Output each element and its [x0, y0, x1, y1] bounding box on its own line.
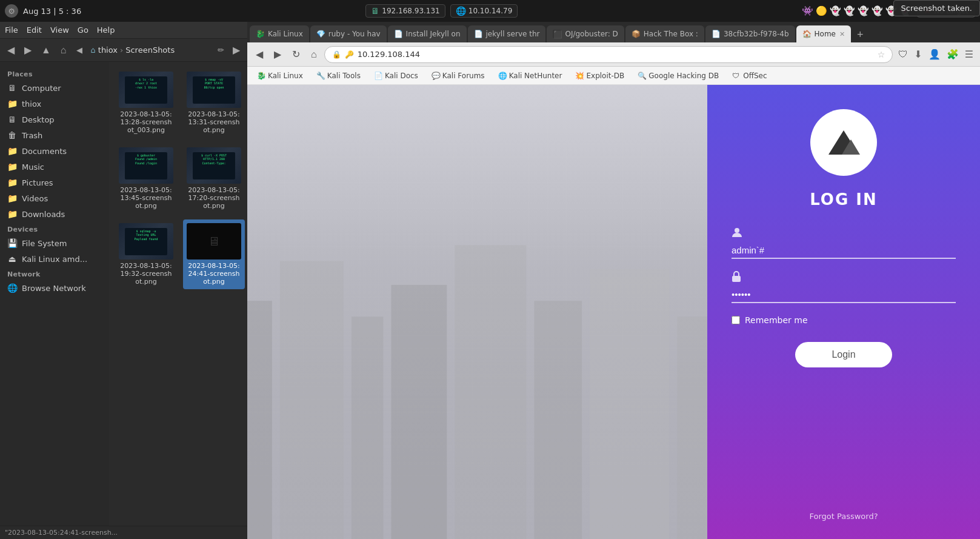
- network-indicator-2[interactable]: 🌐 10.10.14.79: [450, 4, 518, 18]
- tab-home[interactable]: 🏠 Home ✕: [796, 25, 852, 42]
- ssl-icon: 🔒: [332, 50, 341, 59]
- system-icon[interactable]: ⚙: [5, 4, 18, 18]
- filesystem-icon: 💾: [7, 238, 17, 248]
- fm-rename-icon[interactable]: ✏: [218, 45, 224, 55]
- shield-icon[interactable]: 🛡: [896, 47, 910, 62]
- file-item-1[interactable]: $ nmap -sVPORT STATE80/tcp open 2023-08-…: [183, 68, 245, 138]
- menu-icon[interactable]: ☰: [963, 47, 975, 62]
- bookmark-kali-nethunter[interactable]: 🌐 Kali NetHunter: [493, 70, 567, 81]
- nav-back-button[interactable]: ◀: [252, 46, 267, 62]
- download-icon[interactable]: ⬇: [912, 47, 924, 62]
- bookmarks-bar: 🐉 Kali Linux 🔧 Kali Tools 📄 Kali Docs 💬 …: [247, 67, 980, 85]
- file-item-3[interactable]: $ curl -X POSTHTTP/1.1 200Content-Type: …: [183, 144, 245, 213]
- browser: 🐉 Kali Linux 💎 ruby - You hav 📄 Install …: [247, 22, 980, 539]
- fm-menu-file[interactable]: File: [5, 25, 18, 35]
- tab-ruby[interactable]: 💎 ruby - You hav: [310, 25, 387, 42]
- bookmark-favicon-forums: 💬: [432, 72, 440, 80]
- new-tab-button[interactable]: +: [852, 27, 868, 42]
- svg-rect-6: [455, 245, 526, 539]
- sidebar-item-network[interactable]: 🌐 Browse Network: [0, 280, 109, 296]
- fm-forward-button[interactable]: ▶: [21, 42, 35, 58]
- nav-forward-button[interactable]: ▶: [270, 46, 285, 62]
- bookmark-google-hacking[interactable]: 🔍 Google Hacking DB: [633, 70, 724, 81]
- file-item-5[interactable]: 🖥 2023-08-13-05:24:41-screenshot.png: [183, 219, 245, 289]
- tab-uuid[interactable]: 📄 38cfb32b-f978-4b: [705, 25, 795, 42]
- sidebar-item-music[interactable]: 📁 Music: [0, 159, 109, 175]
- sidebar-item-videos[interactable]: 📁 Videos: [0, 190, 109, 206]
- bookmark-kali-tools[interactable]: 🔧 Kali Tools: [312, 70, 365, 81]
- fm-menu-go[interactable]: Go: [78, 25, 88, 35]
- bookmark-star-icon[interactable]: ☆: [878, 50, 885, 59]
- address-bar[interactable]: 🔒 🔑 10.129.108.144 ☆: [324, 46, 893, 63]
- fm-toolbar: ◀ ▶ ▲ ⌂ ◀ ⌂ thiox › ScreenShots ✏ ▶: [0, 39, 247, 62]
- fm-location-home: ⌂: [91, 45, 96, 55]
- bookmark-favicon-kali: 🐉: [257, 72, 265, 80]
- videos-icon: 📁: [7, 193, 17, 203]
- bookmark-kali-docs[interactable]: 📄 Kali Docs: [369, 70, 423, 81]
- ghost-2: 👻: [844, 5, 855, 16]
- tab-close-icon[interactable]: ✕: [839, 30, 845, 38]
- fm-menu-edit[interactable]: Edit: [27, 25, 42, 35]
- login-panel: LOG IN: [707, 85, 980, 539]
- mountain-logo-svg: [825, 127, 862, 158]
- tab-jekyll-serve[interactable]: 📄 jekyll serve thr: [468, 25, 546, 42]
- tab-gobuster[interactable]: ⬛ OJ/gobuster: D: [547, 25, 624, 42]
- address-text[interactable]: 10.129.108.144: [358, 50, 874, 59]
- login-button[interactable]: Login: [795, 342, 892, 367]
- sidebar-item-kalilinux[interactable]: ⏏ Kali Linux amd...: [0, 251, 109, 267]
- tab-favicon-home: 🏠: [802, 30, 811, 38]
- sidebar-item-thiox[interactable]: 📁 thiox: [0, 96, 109, 112]
- fm-back-button[interactable]: ◀: [4, 42, 18, 58]
- bookmark-kali-linux[interactable]: 🐉 Kali Linux: [252, 70, 308, 81]
- sidebar-item-pictures[interactable]: 📁 Pictures: [0, 175, 109, 190]
- trash-icon: 🗑: [7, 130, 17, 140]
- password-input[interactable]: [732, 287, 956, 303]
- network-icon: 🌐: [7, 283, 17, 293]
- system-bar-center: 🖥 192.168.93.131 🌐 10.10.14.79: [365, 4, 518, 18]
- profile-icon[interactable]: 👤: [927, 47, 942, 62]
- svg-rect-19: [732, 276, 741, 282]
- sidebar-item-computer[interactable]: 🖥 Computer: [0, 80, 109, 96]
- sidebar-item-trash[interactable]: 🗑 Trash: [0, 127, 109, 143]
- fm-menu-help[interactable]: Help: [97, 25, 115, 35]
- fm-devices-label: Devices: [0, 222, 109, 235]
- fm-up-button[interactable]: ▲: [38, 42, 55, 58]
- tab-favicon-htb: 📦: [632, 30, 640, 38]
- sidebar-item-desktop[interactable]: 🖥 Desktop: [0, 112, 109, 127]
- tab-jekyll-install[interactable]: 📄 Install Jekyll on: [388, 25, 467, 42]
- fm-toggle-button[interactable]: ◀: [73, 43, 86, 57]
- nav-refresh-button[interactable]: ↻: [288, 46, 304, 62]
- bookmark-favicon-ghdb: 🔍: [638, 72, 646, 80]
- nav-home-button[interactable]: ⌂: [307, 47, 321, 62]
- tab-kali-linux[interactable]: 🐉 Kali Linux: [250, 25, 309, 42]
- password-icon: [732, 271, 956, 284]
- username-field-group: [732, 227, 956, 259]
- file-item-2[interactable]: $ gobusterFound /adminFound /login 2023-…: [115, 144, 177, 213]
- fm-sidebar: Places 🖥 Computer 📁 thiox 🖥 Desktop 🗑 Tr…: [0, 62, 109, 526]
- sidebar-item-filesystem[interactable]: 💾 File System: [0, 235, 109, 251]
- fm-next-button[interactable]: ▶: [229, 42, 244, 58]
- bookmark-exploit-db[interactable]: 💥 Exploit-DB: [570, 70, 629, 81]
- system-time: Aug 13 | 5 : 36: [23, 7, 81, 16]
- documents-icon: 📁: [7, 146, 17, 156]
- tab-hackthebox[interactable]: 📦 Hack The Box :: [625, 25, 704, 42]
- bookmark-offsec[interactable]: 🛡 OffSec: [727, 70, 772, 81]
- bookmark-kali-forums[interactable]: 💬 Kali Forums: [427, 70, 490, 81]
- username-input[interactable]: [732, 243, 956, 259]
- thumbnail-4: $ sqlmap -uTesting URLPayload found: [119, 223, 173, 259]
- fm-location-path: ScreenShots: [125, 45, 175, 55]
- network-indicator-1[interactable]: 🖥 192.168.93.131: [365, 4, 445, 18]
- fm-home-button[interactable]: ⌂: [57, 42, 70, 58]
- fm-menu-view[interactable]: View: [50, 25, 69, 35]
- file-item-4[interactable]: $ sqlmap -uTesting URLPayload found 2023…: [115, 219, 177, 289]
- sidebar-item-documents[interactable]: 📁 Documents: [0, 143, 109, 159]
- svg-rect-3: [280, 261, 344, 539]
- tab-favicon-uuid: 📄: [712, 30, 720, 38]
- extensions-icon[interactable]: 🧩: [945, 47, 961, 62]
- remember-me-checkbox[interactable]: [732, 316, 740, 324]
- file-item-0[interactable]: $ ls -ladrwxr 2 root-rwx 1 thiox 2023-08…: [115, 68, 177, 138]
- downloads-icon: 📁: [7, 209, 17, 219]
- forgot-password-link[interactable]: Forgot Password?: [809, 512, 878, 521]
- remember-me-label: Remember me: [745, 315, 808, 325]
- sidebar-item-downloads[interactable]: 📁 Downloads: [0, 206, 109, 222]
